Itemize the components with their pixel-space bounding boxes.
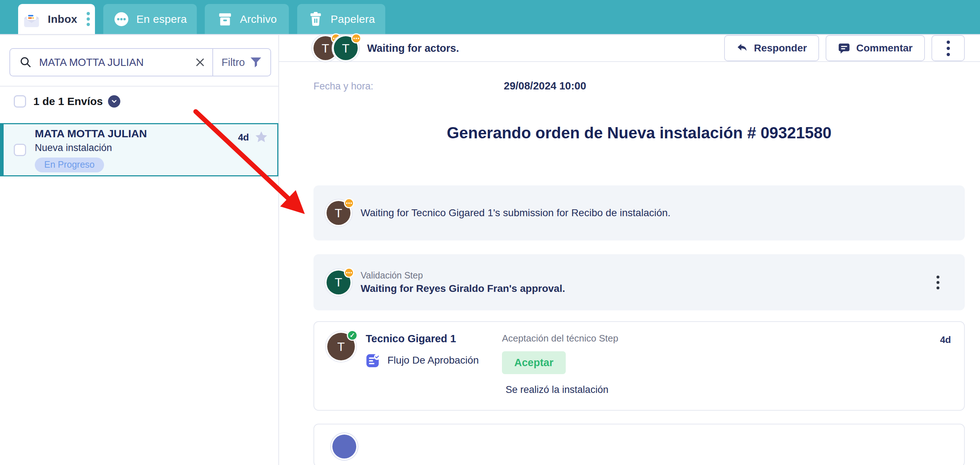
event-step-label: Validación Step (361, 270, 565, 281)
filter-button[interactable]: Filtro (213, 49, 270, 76)
accept-button[interactable]: Aceptar (502, 351, 566, 374)
event-card-waiting-approval: T Validación Step Waiting for Reyes Gira… (313, 254, 965, 310)
waiting-ellipsis-icon (113, 11, 130, 27)
event-card-waiting-submission: T Waiting for Tecnico Gigared 1's submis… (313, 186, 965, 240)
approval-flow-label: Flujo De Aprobación (387, 354, 479, 366)
activity-feed: T Waiting for Tecnico Gigared 1's submis… (313, 186, 965, 465)
event-card-partial (313, 424, 965, 465)
reply-button[interactable]: Responder (724, 35, 819, 61)
filter-label: Filtro (221, 57, 245, 68)
archive-icon (217, 11, 234, 27)
event-age: 4d (940, 334, 951, 346)
item-summary: MATA MOTTA JULIAN Nueva instalación En P… (35, 127, 238, 172)
comment-button[interactable]: Commentar (826, 35, 925, 61)
avatar-brown: T (326, 201, 350, 225)
actor-info: Tecnico Gigared 1 (366, 333, 485, 368)
search-box: Filtro (10, 48, 271, 76)
search-input[interactable] (39, 57, 195, 68)
inbox-more-icon[interactable] (85, 11, 91, 27)
item-checkbox[interactable] (14, 144, 26, 156)
approved-badge-icon: ✓ (347, 330, 358, 341)
tab-inbox[interactable]: Inbox (18, 4, 95, 34)
event-text: Waiting for Tecnico Gigared 1's submissi… (361, 207, 670, 219)
event-body: Validación Step Waiting for Reyes Girald… (361, 270, 565, 294)
action-step-label: Aceptación del técnico Step (502, 333, 618, 344)
status-badge: En Progreso (35, 157, 104, 172)
top-tab-bar: Inbox En espera Archivo (0, 0, 980, 35)
event-more-button[interactable] (934, 273, 942, 292)
event-text: Waiting for Reyes Giraldo Fran's approva… (361, 283, 565, 294)
action-comment: Se realizó la instalación (502, 384, 618, 395)
trash-icon (307, 11, 324, 27)
filter-funnel-icon (250, 57, 262, 68)
reply-label: Responder (754, 42, 807, 54)
tab-archivo-label: Archivo (240, 13, 277, 25)
item-meta: 4d (238, 130, 269, 144)
meta-row: Fecha y hora: 29/08/2024 10:00 (313, 80, 965, 92)
inbox-icon (22, 10, 41, 29)
pending-badge-icon (351, 33, 361, 43)
reply-icon (737, 42, 748, 54)
avatar-letter: T (337, 340, 345, 354)
clear-search-button[interactable] (195, 57, 205, 67)
meta-value: 29/08/2024 10:00 (504, 80, 586, 92)
item-age: 4d (238, 132, 249, 143)
pending-badge-icon (344, 198, 354, 208)
select-all-checkbox[interactable] (14, 95, 26, 108)
pending-badge-icon (344, 268, 354, 278)
approval-flow: Flujo De Aprobación (366, 353, 485, 368)
close-icon (195, 57, 205, 67)
search-icon (19, 56, 32, 68)
comment-icon (838, 42, 850, 54)
envelope-status-text: Waiting for actors. (367, 42, 459, 54)
avatar-letter: T (335, 206, 342, 220)
avatar-green: T (326, 271, 350, 294)
tab-papelera-label: Papelera (331, 13, 375, 25)
tab-inbox-label: Inbox (48, 13, 78, 25)
avatar-letter: T (335, 275, 342, 289)
actor-name: Tecnico Gigared 1 (366, 333, 485, 345)
event-card-accepted: T ✓ Tecnico Gigared 1 (313, 321, 965, 411)
star-icon[interactable] (254, 130, 269, 144)
avatar-green: T (334, 36, 358, 60)
envelope-header: T T Waiting for actors. Responder (279, 35, 980, 62)
approval-flow-icon (366, 353, 381, 368)
list-item-mata-motta-julian[interactable]: MATA MOTTA JULIAN Nueva instalación En P… (0, 123, 278, 176)
more-actions-button[interactable] (931, 35, 965, 61)
avatar-letter: T (322, 41, 329, 56)
comment-label: Commentar (856, 42, 913, 54)
meta-label: Fecha y hora: (313, 81, 504, 92)
avatar-brown: T ✓ (327, 333, 355, 360)
item-title: MATA MOTTA JULIAN (35, 127, 238, 140)
tab-papelera[interactable]: Papelera (297, 4, 385, 34)
chevron-down-icon[interactable] (108, 95, 120, 108)
tab-en-espera[interactable]: En espera (103, 4, 197, 34)
tab-archivo[interactable]: Archivo (205, 4, 289, 34)
page-title: Generando orden de Nueva instalación # 0… (313, 124, 965, 142)
avatar-indigo (332, 435, 356, 459)
item-subtitle: Nueva instalación (35, 142, 238, 154)
avatar-letter: T (342, 41, 350, 56)
envelope-detail: Fecha y hora: 29/08/2024 10:00 Generando… (279, 62, 980, 465)
main-panel: T T Waiting for actors. Responder (279, 35, 980, 465)
action-info: Aceptación del técnico Step Aceptar Se r… (502, 333, 618, 395)
envelope-count-label: 1 de 1 Envíos (33, 95, 103, 108)
sidebar: Filtro 1 de 1 Envíos MATA MOTTA JUL (0, 35, 279, 465)
actor-avatars: T T (313, 36, 358, 60)
list-toolbar: 1 de 1 Envíos (0, 87, 278, 116)
tab-en-espera-label: En espera (136, 13, 187, 25)
